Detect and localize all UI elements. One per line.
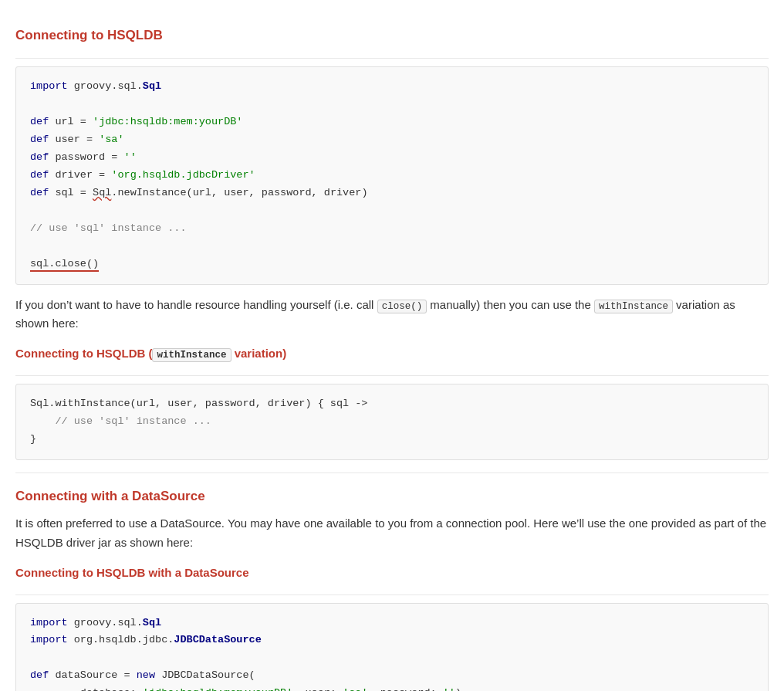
code-text: Sql.withInstance(url, user, password, dr…: [30, 398, 367, 409]
code-text: password =: [49, 151, 123, 163]
code-text: }: [30, 433, 36, 445]
code-line: [30, 202, 754, 220]
section-title-withinstance: Connecting to HSQLDB (withInstance varia…: [15, 344, 769, 363]
divider-2: [15, 375, 769, 376]
code-line: database: 'jdbc:hsqldb:mem:yourDB', user…: [30, 685, 754, 691]
code-text: user =: [49, 134, 99, 145]
code-text: url =: [49, 116, 93, 127]
code-text: .newInstance(url, user, password, driver…: [111, 187, 367, 198]
code-line: [30, 96, 754, 113]
underlined-close: sql.close(): [30, 258, 99, 272]
keyword: def: [30, 169, 49, 181]
code-line: def user = 'sa': [30, 131, 754, 149]
squiggly-sql: Sql: [93, 187, 111, 198]
code-text: database:: [30, 687, 143, 691]
keyword: def: [30, 187, 49, 198]
keyword: def: [30, 116, 49, 127]
prose-text: manually) then you can use the: [427, 298, 594, 311]
code-text: JDBCDataSource(: [155, 669, 255, 681]
divider-1: [15, 58, 769, 59]
comment: // use 'sql' instance ...: [30, 415, 211, 427]
code-text: org.hsqldb.jdbc.: [68, 634, 174, 645]
section-heading-1: Connecting to HSQLDB: [15, 25, 769, 46]
code-text: ): [455, 687, 461, 691]
code-line: import groovy.sql.Sql: [30, 615, 754, 632]
inline-code-withinstance-title: withInstance: [152, 348, 231, 362]
string: 'jdbc:hsqldb:mem:yourDB': [143, 687, 292, 691]
code-line: def url = 'jdbc:hsqldb:mem:yourDB': [30, 113, 754, 131]
class-name: Sql: [143, 617, 161, 628]
code-line: Sql.withInstance(url, user, password, dr…: [30, 395, 754, 413]
code-line: import org.hsqldb.jdbc.JDBCDataSource: [30, 632, 754, 649]
code-line: def sql = Sql.newInstance(url, user, pas…: [30, 185, 754, 202]
inline-code-withinstance: withInstance: [594, 300, 673, 313]
keyword: import: [30, 617, 68, 628]
code-block-1: import groovy.sql.Sql def url = 'jdbc:hs…: [15, 66, 769, 284]
string: 'sa': [99, 134, 123, 145]
code-text: groovy.sql.: [68, 617, 143, 628]
divider-3: [15, 473, 769, 473]
keyword: import: [30, 80, 68, 92]
keyword: def: [30, 669, 49, 681]
code-line: def dataSource = new JDBCDataSource(: [30, 667, 754, 685]
section-title-text-before: Connecting to HSQLDB (: [15, 347, 152, 360]
class-name: JDBCDataSource: [174, 634, 261, 645]
code-line: def password = '': [30, 149, 754, 167]
code-line: // use 'sql' instance ...: [30, 220, 754, 238]
code-line: [30, 649, 754, 667]
prose-paragraph-2: It is often preferred to use a DataSourc…: [15, 514, 769, 553]
section-heading-2: Connecting with a DataSource: [15, 486, 769, 506]
keyword: def: [30, 151, 49, 163]
code-line: // use 'sql' instance ...: [30, 413, 754, 431]
section-title-datasource: Connecting to HSQLDB with a DataSource: [15, 564, 769, 582]
divider-4: [15, 594, 769, 595]
code-text: , password:: [367, 687, 442, 691]
prose-text: If you don’t want to have to handle reso…: [15, 298, 377, 311]
code-block-2: Sql.withInstance(url, user, password, dr…: [15, 384, 769, 460]
code-text: dataSource =: [49, 669, 136, 681]
code-line: [30, 238, 754, 256]
keyword: import: [30, 634, 68, 645]
code-text: , user:: [292, 687, 343, 691]
inline-code-close: close(): [377, 300, 427, 313]
string: 'org.hsqldb.jdbcDriver': [111, 169, 255, 181]
code-line: def driver = 'org.hsqldb.jdbcDriver': [30, 167, 754, 185]
class-name: Sql: [143, 80, 161, 92]
section-title-text-after: variation): [231, 347, 287, 360]
string: '': [124, 151, 137, 163]
code-text: driver =: [49, 169, 111, 181]
prose-paragraph-1: If you don’t want to have to handle reso…: [15, 296, 769, 334]
code-line: import groovy.sql.Sql: [30, 78, 754, 96]
code-text: sql =: [49, 187, 93, 198]
comment: // use 'sql' instance ...: [30, 222, 187, 234]
keyword: def: [30, 134, 49, 145]
code-block-3: import groovy.sql.Sql import org.hsqldb.…: [15, 603, 769, 692]
code-text: groovy.sql.: [68, 80, 143, 92]
string: '': [443, 687, 455, 691]
code-line: sql.close(): [30, 256, 754, 273]
string: 'jdbc:hsqldb:mem:yourDB': [93, 116, 242, 127]
string: 'sa': [343, 687, 367, 691]
code-line: }: [30, 431, 754, 449]
keyword: new: [137, 669, 155, 681]
